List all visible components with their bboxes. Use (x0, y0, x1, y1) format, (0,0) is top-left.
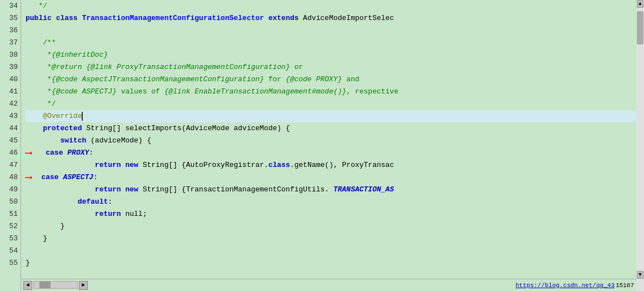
line-numbers: 34 35 36 37 38 39 40 41 42 43 44 45 46 4… (0, 0, 21, 291)
code-line-55: } (26, 257, 636, 269)
vertical-scrollbar[interactable]: ▲ ▼ (636, 0, 644, 291)
arrow-proxy: ⟶ (26, 147, 32, 159)
code-line-51: return null; (26, 208, 636, 220)
code-line-39: * @return {@link ProxyTransactionManagem… (26, 61, 636, 73)
scroll-left-btn[interactable]: ◄ (23, 281, 32, 290)
arrow-aspectj: ⟶ (26, 171, 32, 184)
line-num-39: 39 (0, 61, 21, 73)
code-line-52: } (26, 220, 636, 233)
code-line-43[interactable]: @Override (26, 110, 636, 122)
line-num-53: 53 (0, 233, 21, 245)
code-line-44: protected String[] selectImports (Advice… (26, 122, 636, 135)
code-line-46: ⟶ case PROXY : (26, 147, 636, 159)
editor-container: 34 35 36 37 38 39 40 41 42 43 44 45 46 4… (0, 0, 644, 291)
code-line-40: * {@code AspectJTransactionManagementCon… (26, 73, 636, 86)
h-scroll-thumb[interactable] (39, 282, 51, 288)
bottom-nav[interactable]: ◄ ► (23, 281, 88, 290)
code-line-42: */ (26, 98, 636, 110)
line-num-37: 37 (0, 37, 21, 49)
line-num-55: 55 (0, 257, 21, 269)
scroll-down-btn[interactable]: ▼ (637, 271, 643, 279)
code-area[interactable]: */ public class TransactionManagementCon… (21, 0, 636, 291)
line-num-35: 35 (0, 12, 21, 24)
line-num-38: 38 (0, 49, 21, 61)
line-num-50: 50 (0, 196, 21, 208)
code-line-35: public class TransactionManagementConfig… (26, 12, 636, 24)
scroll-up-btn[interactable]: ▲ (637, 0, 643, 8)
line-num-47: 47 (0, 159, 21, 171)
code-line-41: * {@code ASPECTJ} values of {@link Enabl… (26, 86, 636, 98)
text-cursor (82, 112, 83, 121)
code-line-47: return new String[] {AutoProxyRegistrar.… (26, 159, 636, 171)
line-num-54: 54 (0, 245, 21, 257)
line-num-51: 51 (0, 208, 21, 220)
code-line-54 (26, 245, 636, 257)
line-num-41: 41 (0, 86, 21, 98)
bottom-bar: ◄ ► https://blog.csdn.net/qq_43 15167 (21, 279, 636, 291)
code-line-53: } (26, 233, 636, 245)
line-num-43: 43 (0, 110, 21, 122)
code-line-36 (26, 24, 636, 37)
line-num-42: 42 (0, 98, 21, 110)
line-num-52: 52 (0, 220, 21, 233)
code-line-50: default : (26, 196, 636, 208)
line-num-49: 49 (0, 184, 21, 196)
line-num-40: 40 (0, 73, 21, 86)
line-num-34: 34 (0, 0, 21, 12)
line-num-48: 48 (0, 171, 21, 184)
code-line-49: return new String[] {TransactionManageme… (26, 184, 636, 196)
scroll-right-btn[interactable]: ► (79, 281, 88, 290)
bottom-url[interactable]: https://blog.csdn.net/qq_43 (516, 282, 615, 289)
code-line-38: * {@inheritDoc} (26, 49, 636, 61)
line-num-46: 46 (0, 147, 21, 159)
line-num-45: 45 (0, 135, 21, 147)
code-line-45: switch (adviceMode) { (26, 135, 636, 147)
line-num-36: 36 (0, 24, 21, 37)
code-lines: */ public class TransactionManagementCon… (21, 0, 636, 269)
code-line-37: /** (26, 37, 636, 49)
code-line-48: ⟶ case ASPECTJ : (26, 171, 636, 184)
scroll-thumb[interactable] (637, 11, 643, 45)
code-line-34: */ (26, 0, 636, 12)
line-num-44: 44 (0, 122, 21, 135)
